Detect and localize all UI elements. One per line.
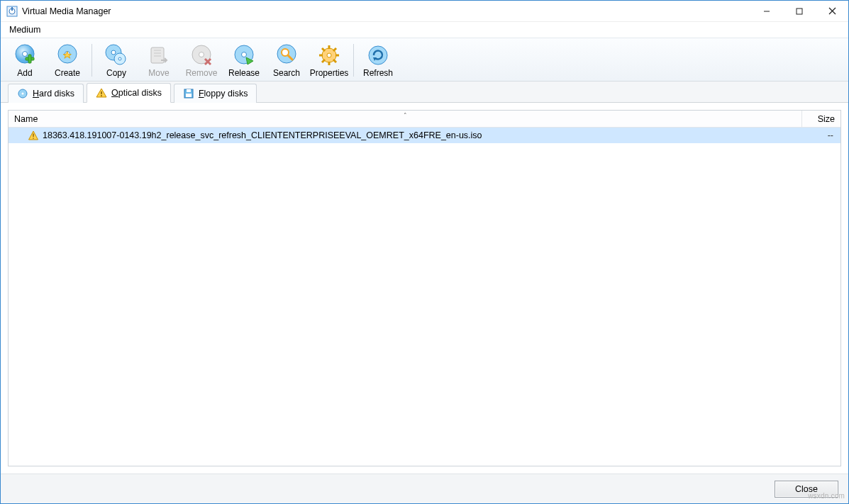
floppy-icon: [183, 88, 194, 99]
window-controls: [750, 1, 848, 21]
svg-line-35: [322, 48, 325, 51]
sort-indicator-icon: ˄: [404, 112, 407, 119]
svg-rect-47: [187, 89, 191, 92]
titlebar: Virtual Media Manager: [1, 1, 848, 22]
release-icon: [231, 43, 257, 68]
properties-label: Properties: [310, 68, 349, 78]
toolbar: Add Create Copy Move Remove Release: [1, 38, 848, 82]
app-icon: [6, 6, 18, 17]
tabs-row: Hard disks Optical disks Floppy disks: [1, 82, 848, 103]
refresh-icon: [365, 43, 391, 68]
close-window-button[interactable]: [816, 1, 848, 21]
svg-point-20: [199, 52, 204, 57]
svg-line-38: [322, 60, 325, 62]
remove-icon: [189, 43, 214, 68]
copy-label: Copy: [106, 68, 126, 78]
column-header-row: Name ˄ Size: [9, 111, 840, 128]
move-icon: [146, 43, 172, 68]
refresh-button[interactable]: Refresh: [357, 41, 399, 79]
tab-optical-disks[interactable]: Optical disks: [87, 83, 171, 103]
svg-line-36: [333, 60, 336, 62]
search-button[interactable]: Search: [266, 41, 307, 79]
footer: Close: [1, 474, 848, 503]
release-label: Release: [228, 68, 260, 78]
svg-rect-2: [11, 7, 13, 11]
svg-point-30: [327, 53, 331, 57]
media-size: --: [802, 130, 840, 140]
maximize-button[interactable]: [783, 1, 816, 21]
column-size[interactable]: Size: [802, 111, 840, 127]
hard-disk-icon: [17, 88, 28, 99]
svg-rect-4: [797, 9, 802, 14]
svg-point-15: [111, 50, 116, 55]
create-label: Create: [55, 68, 80, 78]
window-title: Virtual Media Manager: [22, 6, 111, 16]
svg-point-51: [33, 138, 34, 139]
remove-button: Remove: [181, 41, 222, 79]
toolbar-separator: [91, 44, 92, 77]
gear-icon: [316, 43, 342, 68]
move-label: Move: [148, 68, 169, 78]
svg-rect-48: [186, 94, 192, 97]
svg-rect-10: [28, 55, 31, 63]
media-rows: 18363.418.191007-0143.19h2_release_svc_r…: [9, 128, 840, 466]
add-label: Add: [17, 68, 32, 78]
menu-medium[interactable]: Medium: [5, 23, 45, 36]
close-button[interactable]: Close: [775, 481, 838, 498]
tab-hard-disks[interactable]: Hard disks: [8, 84, 84, 103]
search-label: Search: [273, 68, 300, 78]
toolbar-separator: [353, 44, 354, 77]
svg-point-42: [22, 93, 24, 95]
add-button[interactable]: Add: [4, 41, 45, 79]
svg-line-37: [333, 48, 336, 51]
svg-point-8: [23, 52, 28, 57]
properties-button[interactable]: Properties: [309, 41, 350, 79]
remove-label: Remove: [186, 68, 218, 78]
search-icon: [274, 43, 299, 68]
disc-star-icon: [55, 43, 80, 68]
svg-point-45: [101, 95, 102, 96]
svg-point-17: [118, 57, 121, 60]
media-name: 18363.418.191007-0143.19h2_release_svc_r…: [43, 130, 482, 140]
column-name[interactable]: Name ˄: [9, 111, 802, 127]
create-button[interactable]: Create: [47, 41, 88, 79]
media-list: Name ˄ Size 18363.418.191007-0143.19h2_r…: [8, 110, 841, 466]
menubar: Medium: [1, 22, 848, 38]
table-row[interactable]: 18363.418.191007-0143.19h2_release_svc_r…: [9, 128, 840, 143]
release-button[interactable]: Release: [223, 41, 265, 79]
svg-point-24: [242, 52, 247, 57]
move-button: Move: [138, 41, 179, 79]
disc-copy-icon: [104, 43, 129, 68]
svg-point-39: [369, 46, 387, 65]
refresh-label: Refresh: [363, 68, 393, 78]
copy-button[interactable]: Copy: [96, 41, 137, 79]
disc-plus-icon: [12, 43, 38, 68]
warning-icon: [28, 130, 38, 140]
tab-floppy-disks[interactable]: Floppy disks: [174, 84, 257, 103]
minimize-button[interactable]: [750, 1, 783, 21]
warning-icon: [96, 87, 107, 99]
